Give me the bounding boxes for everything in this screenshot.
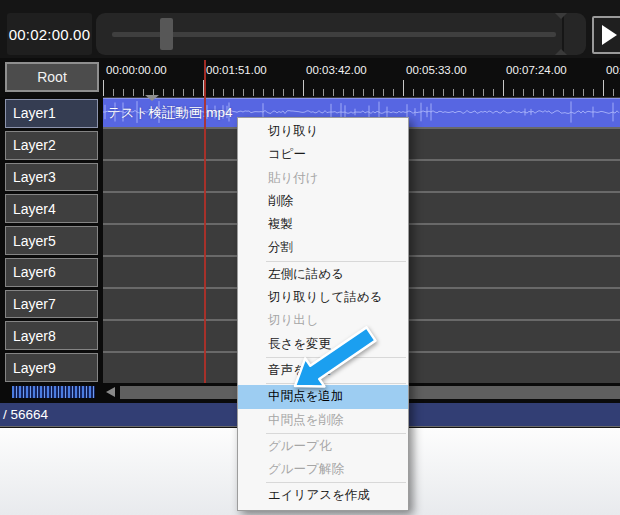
layer-header[interactable]: Layer2: [0, 129, 103, 161]
context-menu-item: 切り出し: [238, 309, 408, 332]
scroll-left-icon[interactable]: [106, 387, 115, 397]
ruler-time-label: 00:03:42.00: [306, 64, 367, 76]
layer-header[interactable]: Layer5: [0, 224, 103, 256]
layer-header[interactable]: Layer9: [0, 351, 103, 383]
layer-header[interactable]: Layer1: [0, 97, 103, 129]
midpoint-marker-icon[interactable]: [145, 95, 159, 101]
context-menu-item[interactable]: 複製: [238, 213, 408, 236]
layer-header[interactable]: Layer4: [0, 192, 103, 224]
clip-context-menu: 切り取り コピー 貼り付け 削除 複製 分割 左側に詰める 切り取りして詰める …: [237, 117, 409, 511]
context-menu-item: グループ化: [238, 435, 408, 458]
slider-notch-bottom-icon: [555, 49, 567, 55]
context-menu-item[interactable]: 切り取り: [238, 120, 408, 143]
root-scope-button[interactable]: Root: [5, 62, 99, 92]
context-menu-item[interactable]: 左側に詰める: [238, 263, 408, 286]
layer-label: Layer5: [13, 233, 56, 249]
ruler-time-label: 00:05:33.00: [406, 64, 467, 76]
seek-slider[interactable]: [96, 13, 586, 55]
context-menu-item[interactable]: 中間点を追加: [238, 385, 408, 408]
context-menu-item[interactable]: [266, 261, 406, 262]
ruler-time-label: 00:: [606, 64, 620, 76]
play-icon: [602, 25, 617, 45]
ruler-time-label: 00:01:51.00: [206, 64, 267, 76]
layer-label: Layer8: [13, 328, 56, 344]
layer-header[interactable]: Layer7: [0, 288, 103, 320]
context-menu-item[interactable]: エイリアスを作成: [238, 484, 408, 507]
layer-header[interactable]: Layer6: [0, 256, 103, 288]
context-menu-item[interactable]: [266, 383, 406, 384]
transport-bar: 00:02:00.00: [0, 0, 620, 58]
context-menu-item[interactable]: [266, 357, 406, 358]
ruler-time-label: 00:00:00.00: [106, 64, 167, 76]
context-menu-item: 貼り付け: [238, 167, 408, 190]
layer-label: Layer4: [13, 201, 56, 217]
context-menu-item[interactable]: 削除: [238, 190, 408, 213]
timeline-ruler[interactable]: 00:00:00.0000:01:51.0000:03:42.0000:05:3…: [0, 58, 620, 97]
seek-slider-track[interactable]: [112, 32, 556, 37]
context-menu-item[interactable]: 切り取りして詰める: [238, 286, 408, 309]
layer-label: Layer9: [13, 360, 56, 376]
layer-header[interactable]: Layer3: [0, 161, 103, 193]
playhead-line[interactable]: [204, 60, 206, 383]
context-menu-item[interactable]: [266, 482, 406, 483]
layer-label: Layer3: [13, 169, 56, 185]
context-menu-item[interactable]: 分割: [238, 236, 408, 259]
play-button[interactable]: [592, 16, 620, 54]
context-menu-item[interactable]: [266, 433, 406, 434]
frame-count-text: / 56664: [3, 407, 48, 422]
timecode-display: 00:02:00.00: [7, 13, 92, 55]
context-menu-item[interactable]: コピー: [238, 143, 408, 166]
ruler-time-label: 00:07:24.00: [506, 64, 567, 76]
layer-header[interactable]: Layer8: [0, 319, 103, 351]
context-menu-item[interactable]: 音声を分離: [238, 359, 408, 382]
clip-label: テスト検証動画.mp4: [107, 104, 232, 122]
context-menu-item[interactable]: 長さを変更: [238, 333, 408, 356]
video-editor-timeline-window: 00:02:00.00 00:00:00.0000:01:51.0000:03:…: [0, 0, 620, 515]
scrollbar-minimap-waveform: [12, 386, 95, 398]
context-menu-item: グループ解除: [238, 458, 408, 481]
context-menu-item: 中間点を削除: [238, 409, 408, 432]
layer-label: Layer2: [13, 137, 56, 153]
layer-label: Layer7: [13, 296, 56, 312]
layer-header-column: Layer1 Layer2 Layer3 Layer4 Layer5 Layer…: [0, 97, 103, 383]
seek-slider-handle[interactable]: [160, 18, 173, 50]
layer-label: Layer1: [13, 105, 56, 121]
slider-notch-top-icon: [555, 13, 567, 19]
layer-label: Layer6: [13, 264, 56, 280]
